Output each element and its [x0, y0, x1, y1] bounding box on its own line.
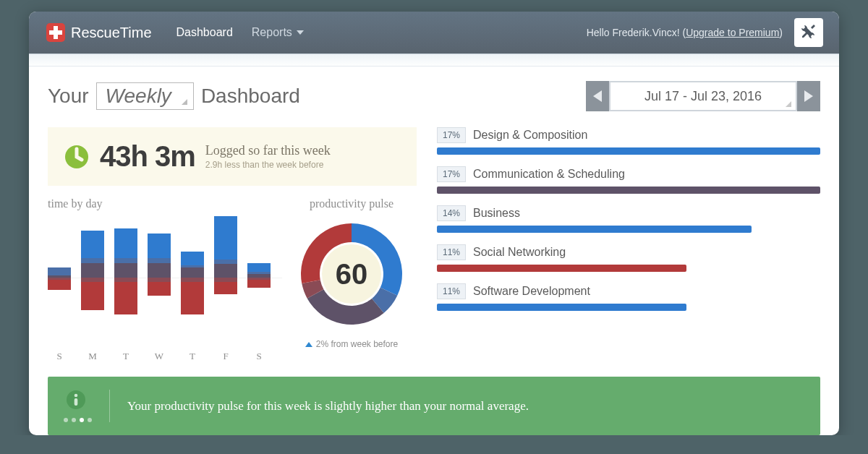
pulse-delta: 2% from week before: [286, 339, 417, 349]
category-pct: 11%: [437, 283, 466, 299]
day-label: T: [114, 351, 137, 362]
category-pct: 17%: [437, 127, 466, 143]
day-label: W: [148, 351, 171, 362]
app-header: RescueTime Dashboard Reports Hello Frede…: [29, 12, 839, 53]
category-row[interactable]: 17%Design & Composition: [437, 127, 820, 155]
date-nav: Jul 17 - Jul 23, 2016: [586, 81, 820, 111]
app-window: RescueTime Dashboard Reports Hello Frede…: [29, 12, 839, 435]
summary-line1: Logged so far this week: [205, 143, 331, 158]
insight-banner[interactable]: Your productivity pulse for this week is…: [48, 377, 820, 435]
brand-name: RescueTime: [71, 25, 152, 41]
summary-line2: 2.9h less than the week before: [205, 160, 331, 170]
pulse-score: 60: [322, 244, 381, 304]
category-row[interactable]: 11%Software Development: [437, 283, 820, 311]
upgrade-link[interactable]: Upgrade to Premium: [686, 27, 779, 38]
category-pct: 11%: [437, 244, 466, 260]
header-band: [29, 53, 839, 67]
svg-point-7: [75, 394, 78, 398]
page-title: Your Weekly Dashboard: [48, 82, 300, 110]
prev-period-button[interactable]: [586, 81, 609, 111]
category-row[interactable]: 11%Social Networking: [437, 244, 820, 272]
arrow-up-icon: [305, 342, 312, 347]
tools-icon: [800, 22, 817, 43]
time-summary: 43h 3m Logged so far this week 2.9h less…: [48, 127, 417, 186]
bar-column: [181, 216, 204, 339]
svg-marker-3: [593, 90, 602, 102]
category-bar: [437, 226, 752, 233]
productivity-pulse-chart[interactable]: productivity pulse 60 2% from week befor…: [286, 197, 417, 362]
day-label: F: [214, 351, 237, 362]
bar-column: [214, 216, 237, 339]
bar-column: [148, 216, 171, 339]
bar-column: [48, 216, 71, 339]
day-label: M: [81, 351, 104, 362]
category-pct: 14%: [437, 205, 466, 221]
category-bar: [437, 187, 820, 194]
bar-column: [247, 216, 271, 339]
logo-icon: [45, 22, 67, 43]
top-nav: Dashboard Reports: [176, 26, 304, 39]
svg-rect-2: [49, 30, 62, 35]
period-select[interactable]: Weekly: [96, 82, 194, 110]
title-row: Your Weekly Dashboard Jul 17 - Jul 23, 2…: [29, 67, 839, 127]
chart-title: productivity pulse: [286, 197, 417, 210]
category-name: Software Development: [473, 285, 590, 298]
bar-column: [114, 216, 137, 339]
svg-marker-4: [804, 90, 813, 102]
main-content: 43h 3m Logged so far this week 2.9h less…: [29, 127, 839, 377]
category-row[interactable]: 17%Communication & Scheduling: [437, 166, 820, 194]
clock-icon: [64, 144, 90, 170]
nav-reports[interactable]: Reports: [252, 26, 304, 39]
total-logged-time: 43h 3m: [100, 140, 195, 173]
day-label: T: [181, 351, 204, 362]
nav-dashboard[interactable]: Dashboard: [176, 26, 233, 39]
category-bar: [437, 147, 820, 155]
category-bar: [437, 265, 686, 272]
chevron-down-icon: [297, 30, 304, 35]
svg-rect-8: [75, 398, 78, 406]
category-bar: [437, 304, 686, 311]
day-label: S: [48, 351, 71, 362]
category-name: Communication & Scheduling: [473, 168, 625, 181]
left-column: 43h 3m Logged so far this week 2.9h less…: [48, 127, 417, 362]
category-name: Business: [473, 207, 520, 220]
category-name: Design & Composition: [473, 129, 587, 142]
info-icon: [64, 390, 88, 414]
category-row[interactable]: 14%Business: [437, 205, 820, 233]
chart-title: time by day: [48, 197, 282, 210]
date-range-select[interactable]: Jul 17 - Jul 23, 2016: [609, 81, 797, 111]
brand[interactable]: RescueTime: [45, 22, 152, 43]
bar-column: [81, 216, 104, 339]
category-name: Social Networking: [473, 246, 566, 259]
next-period-button[interactable]: [797, 81, 820, 111]
banner-pager[interactable]: [64, 418, 92, 422]
time-by-day-chart[interactable]: time by day SMTWTFS: [48, 197, 282, 362]
category-list: 17%Design & Composition17%Communication …: [437, 127, 820, 362]
day-label: S: [247, 351, 271, 362]
category-pct: 17%: [437, 166, 466, 182]
greeting: Hello Frederik.Vincx! (Upgrade to Premiu…: [587, 27, 783, 38]
banner-text: Your productivity pulse for this week is…: [127, 399, 529, 414]
settings-button[interactable]: [794, 18, 823, 47]
